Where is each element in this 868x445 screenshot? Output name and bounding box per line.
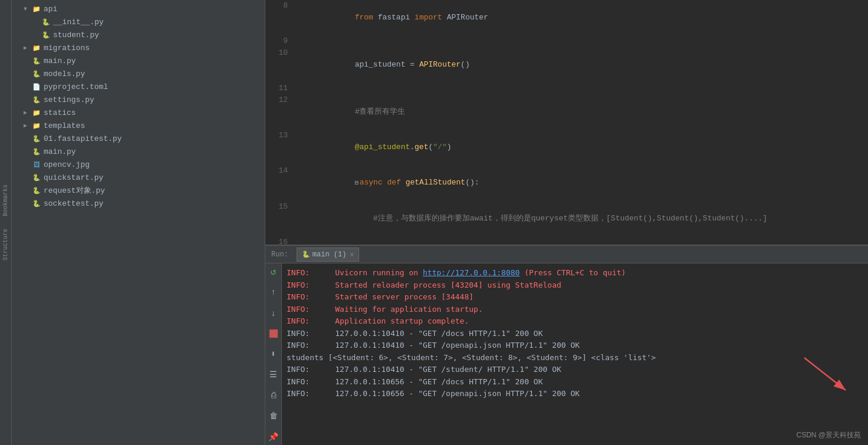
label-quickstart: quickstart.py <box>44 173 103 182</box>
run-body: ↺ ↑ ↓ ⬇ ☰ ⎙ 🗑 📌 INFO: Uvicorn running on… <box>265 263 868 445</box>
output-text-7: 127.0.0.1:10410 - "GET /openapi.json HTT… <box>335 339 580 351</box>
label-main2: main.py <box>44 147 76 156</box>
label-statics: statics <box>44 108 76 117</box>
label-main: main.py <box>44 57 76 65</box>
folder-icon-statics: 📁 <box>32 108 41 117</box>
output-prefix-7: INFO: <box>287 339 333 351</box>
py-icon-init: 🐍 <box>41 17 51 27</box>
run-tab-py-icon: 🐍 <box>302 250 310 258</box>
output-line-3: INFO: Started server process [34448] <box>287 291 863 303</box>
tree-item-student[interactable]: 🐍 student.py <box>12 28 265 41</box>
tree-item-opencv[interactable]: 🖼 opencv.jpg <box>12 158 265 171</box>
tree-item-api[interactable]: 📁 api <box>12 2 265 15</box>
output-line-1: INFO: Uvicorn running on http://127.0.0.… <box>287 267 863 279</box>
main-content: 8 from fastapi import APIRouter 9 10 api… <box>265 0 868 445</box>
code-table: 8 from fastapi import APIRouter 9 10 api… <box>265 0 868 245</box>
label-request: request对象.py <box>44 185 105 196</box>
line-15: 15 #注意，与数据库的操作要加await，得到的是queryset类型数据，[… <box>265 201 868 236</box>
tree-item-migrations[interactable]: 📁 migrations <box>12 41 265 54</box>
output-prefix-10: INFO: <box>287 376 333 388</box>
line-content-11[interactable] <box>295 83 868 94</box>
toolbar-rerun[interactable]: ↺ <box>268 266 280 278</box>
folder-icon-api: 📁 <box>32 4 41 14</box>
line-num-11: 11 <box>265 83 295 94</box>
line-12: 12 #查看所有学生 <box>265 94 868 130</box>
arrow-statics <box>24 109 31 116</box>
folder-icon-migrations: 📁 <box>32 43 41 52</box>
editor-area[interactable]: 8 from fastapi import APIRouter 9 10 api… <box>265 0 868 245</box>
line-num-14: 14 <box>265 165 295 201</box>
line-content-12[interactable]: #查看所有学生 <box>295 94 868 130</box>
line-content-16[interactable]: students = await Student.all() <box>295 236 868 245</box>
line-13: 13 @api_student.get("/") <box>265 130 868 165</box>
run-tab-close[interactable]: ✕ <box>350 250 354 258</box>
toolbar-down[interactable]: ↓ <box>268 308 280 319</box>
output-prefix-4: INFO: <box>287 304 333 315</box>
tree-item-main2[interactable]: 🐍 main.py <box>12 145 265 158</box>
output-prefix-6: INFO: <box>287 328 333 339</box>
output-line-5: INFO: Application startup complete. <box>287 315 863 327</box>
output-line-6: INFO: 127.0.0.1:10410 - "GET /docs HTTP/… <box>287 328 863 339</box>
bookmarks-label: Bookmarks <box>2 184 9 216</box>
output-text-5: Application startup complete. <box>335 315 469 327</box>
run-output[interactable]: INFO: Uvicorn running on http://127.0.0.… <box>282 263 868 445</box>
arrow-templates <box>24 122 31 129</box>
line-14: 14 ⊟async def getAllStudent(): <box>265 165 868 201</box>
output-text-1: Uvicorn running on <box>335 267 423 279</box>
py-icon-sockettest: 🐍 <box>32 199 41 208</box>
output-line-2: INFO: Started reloader process [43204] u… <box>287 279 863 291</box>
run-tab-main[interactable]: 🐍 main (1) ✕ <box>297 248 359 262</box>
output-prefix-3: INFO: <box>287 291 333 303</box>
output-text-11: 127.0.0.1:10656 - "GET /openapi.json HTT… <box>335 388 580 400</box>
tree-item-request[interactable]: 🐍 request对象.py <box>12 184 265 197</box>
label-student: student.py <box>53 31 99 39</box>
output-url-1[interactable]: http://127.0.0.1:8080 <box>423 267 520 279</box>
toolbar-delete[interactable]: 🗑 <box>268 410 280 422</box>
toolbar-stop[interactable] <box>269 329 278 338</box>
tree-item-sockettest[interactable]: 🐍 sockettest.py <box>12 197 265 210</box>
output-prefix-9: INFO: <box>287 364 333 375</box>
output-text-3: Started server process [34448] <box>335 291 474 303</box>
toolbar-print[interactable]: ⎙ <box>268 390 280 401</box>
tree-item-01fastapi[interactable]: 🐍 01.fastapitest.py <box>12 132 265 145</box>
label-01fastapi: 01.fastapitest.py <box>44 134 122 143</box>
tree-item-pyproject[interactable]: 📄 pyproject.toml <box>12 80 265 93</box>
line-8: 8 from fastapi import APIRouter <box>265 0 868 35</box>
output-text-4: Waiting for application startup. <box>335 304 482 315</box>
run-panel: Run: 🐍 main (1) ✕ ↺ ↑ ↓ ⬇ ☰ ⎙ 🗑 📌 <box>265 245 868 445</box>
line-content-15[interactable]: #注意，与数据库的操作要加await，得到的是queryset类型数据，[Stu… <box>295 201 868 236</box>
line-content-13[interactable]: @api_student.get("/") <box>295 130 868 165</box>
structure-label: Structure <box>2 229 9 261</box>
line-num-15: 15 <box>265 201 295 236</box>
py-icon-quickstart: 🐍 <box>32 173 41 182</box>
line-content-8[interactable]: from fastapi import APIRouter <box>295 0 868 35</box>
folder-icon-templates: 📁 <box>32 121 41 130</box>
run-tab-label: main (1) <box>313 250 347 259</box>
line-num-12: 12 <box>265 94 295 130</box>
line-num-8: 8 <box>265 0 295 35</box>
line-16: 16 students = await Student.all() <box>265 236 868 245</box>
label-settings: settings.py <box>44 95 94 104</box>
toolbar-pin[interactable]: 📌 <box>268 431 280 443</box>
line-content-9[interactable] <box>295 35 868 47</box>
label-templates: templates <box>44 121 85 130</box>
line-content-10[interactable]: api_student = APIRouter() <box>295 47 868 83</box>
toolbar-wrap[interactable]: ☰ <box>268 368 280 380</box>
line-content-14[interactable]: ⊟async def getAllStudent(): <box>295 165 868 201</box>
tree-item-settings[interactable]: 🐍 settings.py <box>12 93 265 106</box>
tree-item-main[interactable]: 🐍 main.py <box>12 54 265 67</box>
py-icon-models: 🐍 <box>32 69 41 78</box>
file-tree: 📁 api 🐍 __init__.py 🐍 student.py 📁 migra… <box>12 0 265 445</box>
tree-item-templates[interactable]: 📁 templates <box>12 119 265 132</box>
tree-item-quickstart[interactable]: 🐍 quickstart.py <box>12 171 265 184</box>
run-label: Run: <box>268 250 292 259</box>
output-prefix-5: INFO: <box>287 315 333 327</box>
tree-item-models[interactable]: 🐍 models.py <box>12 67 265 80</box>
run-tab-bar: Run: 🐍 main (1) ✕ <box>265 246 868 263</box>
tree-item-init[interactable]: 🐍 __init__.py <box>12 15 265 28</box>
line-10: 10 api_student = APIRouter() <box>265 47 868 83</box>
toolbar-up[interactable]: ↑ <box>268 286 280 298</box>
tree-item-statics[interactable]: 📁 statics <box>12 106 265 119</box>
toolbar-filter[interactable]: ⬇ <box>268 348 280 360</box>
line-num-16: 16 <box>265 236 295 245</box>
